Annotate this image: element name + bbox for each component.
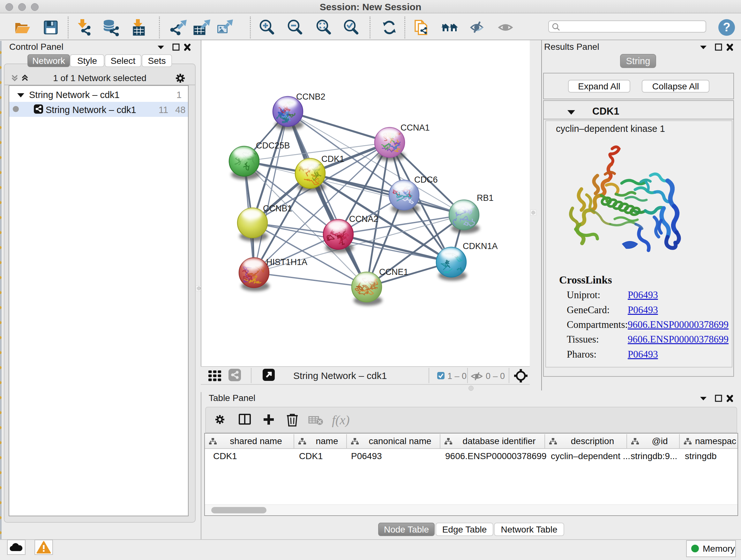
svg-text:CCNE1: CCNE1	[379, 267, 408, 277]
svg-text:RB1: RB1	[477, 193, 494, 203]
svg-text:CDC6: CDC6	[414, 175, 438, 185]
svg-text:CCNA1: CCNA1	[401, 123, 430, 132]
svg-text:CDKN1A: CDKN1A	[463, 241, 498, 251]
svg-text:CCNB2: CCNB2	[296, 92, 326, 102]
svg-text:CCNA2: CCNA2	[349, 214, 379, 224]
svg-text:HIST1H1A: HIST1H1A	[266, 257, 307, 267]
svg-text:CDC25B: CDC25B	[256, 141, 290, 150]
svg-text:CCNB1: CCNB1	[263, 204, 292, 213]
svg-text:CDK1: CDK1	[321, 154, 344, 164]
